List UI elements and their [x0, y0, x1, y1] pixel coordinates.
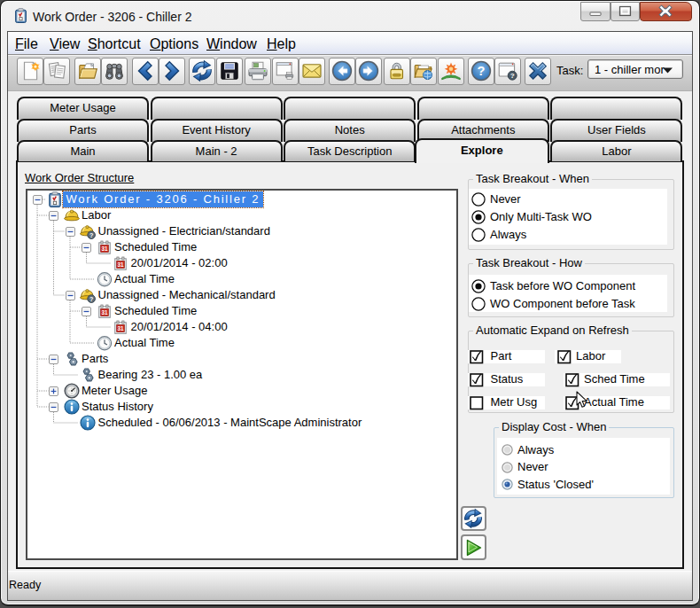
- svg-text:31: 31: [101, 309, 108, 316]
- svg-text:?: ?: [89, 231, 93, 239]
- svg-text:?: ?: [89, 295, 93, 303]
- svg-text:31: 31: [117, 261, 124, 268]
- svg-text:?: ?: [477, 64, 485, 78]
- svg-text:31: 31: [117, 325, 124, 331]
- svg-text:31: 31: [101, 246, 108, 252]
- svg-text:?: ?: [510, 72, 515, 80]
